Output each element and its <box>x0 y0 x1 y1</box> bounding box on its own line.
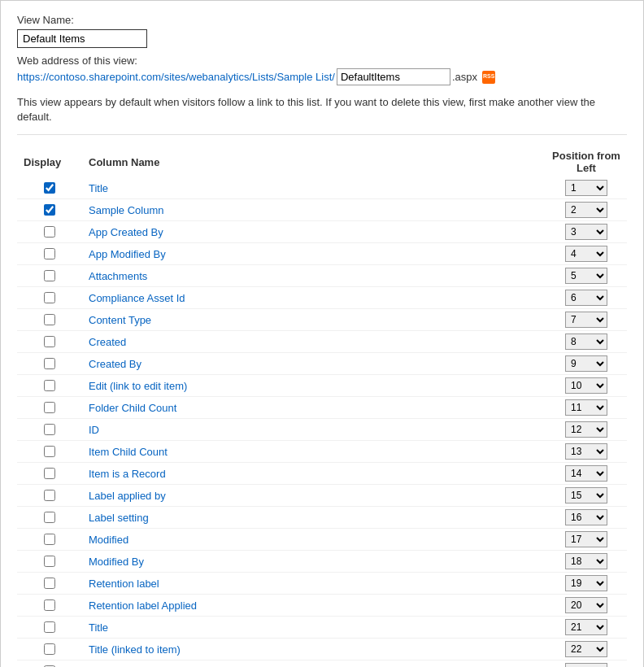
web-address-input[interactable] <box>337 68 450 85</box>
display-checkbox[interactable] <box>44 643 55 655</box>
table-row: Title12345678910111213141516171819202122… <box>17 177 627 199</box>
position-select[interactable]: 123456789101112131415161718192021222324 <box>565 224 607 240</box>
position-select[interactable]: 123456789101112131415161718192021222324 <box>565 268 607 284</box>
position-cell: 123456789101112131415161718192021222324 <box>546 287 627 309</box>
display-header: Display <box>17 145 82 177</box>
rss-icon[interactable] <box>482 71 495 84</box>
column-name-link[interactable]: Item Child Count <box>89 446 168 458</box>
column-name-link[interactable]: Retention label Applied <box>89 599 197 612</box>
display-checkbox[interactable] <box>44 402 55 413</box>
display-checkbox[interactable] <box>44 534 55 545</box>
position-cell: 123456789101112131415161718192021222324 <box>546 199 627 221</box>
column-name-link[interactable]: Compliance Asset Id <box>89 292 185 304</box>
display-checkbox[interactable] <box>44 556 55 567</box>
display-cell <box>17 485 82 507</box>
display-cell <box>17 331 82 353</box>
column-name-link[interactable]: Created <box>89 336 126 348</box>
column-name-link[interactable]: Edit (link to edit item) <box>89 380 187 392</box>
display-checkbox[interactable] <box>44 292 55 303</box>
column-name-link[interactable]: Title <box>89 621 108 634</box>
column-name-link[interactable]: ID <box>89 424 99 436</box>
display-checkbox[interactable] <box>44 248 55 259</box>
display-cell <box>17 529 82 551</box>
display-checkbox[interactable] <box>44 512 55 523</box>
position-select[interactable]: 123456789101112131415161718192021222324 <box>565 619 607 635</box>
position-header: Position from Left <box>546 145 627 177</box>
column-name-link[interactable]: Folder Child Count <box>89 402 176 414</box>
column-name-link[interactable]: Label applied by <box>89 490 166 502</box>
column-name-link[interactable]: App Created By <box>89 226 163 238</box>
display-checkbox[interactable] <box>44 358 55 369</box>
display-checkbox[interactable] <box>44 468 55 479</box>
display-checkbox[interactable] <box>44 380 55 391</box>
column-name-link[interactable]: Title (linked to item) <box>89 643 181 656</box>
display-cell <box>17 221 82 243</box>
position-select[interactable]: 123456789101112131415161718192021222324 <box>565 509 607 525</box>
position-select[interactable]: 123456789101112131415161718192021222324 <box>565 355 607 372</box>
position-cell: 123456789101112131415161718192021222324 <box>546 617 627 639</box>
display-checkbox[interactable] <box>44 446 55 457</box>
column-name-link[interactable]: Item is a Record <box>89 468 166 480</box>
column-name-link[interactable]: Sample Column <box>89 204 164 216</box>
display-checkbox[interactable] <box>44 226 55 238</box>
position-select[interactable]: 123456789101112131415161718192021222324 <box>565 487 607 504</box>
position-select[interactable]: 123456789101112131415161718192021222324 <box>565 202 607 218</box>
position-select[interactable]: 123456789101112131415161718192021222324 <box>565 399 607 416</box>
position-select[interactable]: 123456789101112131415161718192021222324 <box>565 597 607 613</box>
column-name-cell: Sample Column <box>82 199 546 221</box>
position-select[interactable]: 123456789101112131415161718192021222324 <box>565 334 607 350</box>
position-cell: 123456789101112131415161718192021222324 <box>546 265 627 287</box>
web-address-row: https://contoso.sharepoint.com/sites/web… <box>17 68 627 85</box>
position-select[interactable]: 123456789101112131415161718192021222324 <box>565 312 607 328</box>
column-name-link[interactable]: Content Type <box>89 314 151 326</box>
view-name-input[interactable] <box>17 29 147 48</box>
column-name-link[interactable]: Title <box>89 182 108 194</box>
display-checkbox[interactable] <box>44 424 55 435</box>
display-cell <box>17 507 82 529</box>
display-checkbox[interactable] <box>44 182 55 194</box>
column-name-cell: Label applied by <box>82 485 546 507</box>
column-name-link[interactable]: Attachments <box>89 270 147 282</box>
position-select[interactable]: 123456789101112131415161718192021222324 <box>565 553 607 569</box>
column-name-header: Column Name <box>82 145 546 177</box>
column-name-link[interactable]: Label setting <box>89 512 149 524</box>
position-select[interactable]: 123456789101112131415161718192021222324 <box>565 575 607 591</box>
display-checkbox[interactable] <box>44 578 55 589</box>
position-select[interactable]: 123456789101112131415161718192021222324 <box>565 246 607 262</box>
position-select[interactable]: 123456789101112131415161718192021222324 <box>565 180 607 196</box>
column-name-link[interactable]: Modified By <box>89 556 144 568</box>
column-name-cell: Compliance Asset Id <box>82 287 546 309</box>
position-select[interactable]: 123456789101112131415161718192021222324 <box>565 641 607 657</box>
position-select[interactable]: 123456789101112131415161718192021222324 <box>565 465 607 482</box>
table-row: Created By123456789101112131415161718192… <box>17 353 627 375</box>
position-select[interactable]: 123456789101112131415161718192021222324 <box>565 421 607 438</box>
display-cell <box>17 199 82 221</box>
column-name-link[interactable]: Created By <box>89 358 141 370</box>
position-cell: 123456789101112131415161718192021222324 <box>546 595 627 617</box>
display-checkbox[interactable] <box>44 599 55 611</box>
display-checkbox[interactable] <box>44 621 55 633</box>
display-checkbox[interactable] <box>44 270 55 281</box>
column-name-cell: Item is a Record <box>82 463 546 485</box>
column-name-cell: Edit (link to edit item) <box>82 375 546 397</box>
column-name-cell: Created <box>82 331 546 353</box>
position-select[interactable]: 123456789101112131415161718192021222324 <box>565 531 607 547</box>
display-cell <box>17 397 82 419</box>
position-cell: 123456789101112131415161718192021222324 <box>546 660 627 667</box>
position-select[interactable]: 123456789101112131415161718192021222324 <box>565 443 607 460</box>
display-checkbox[interactable] <box>44 314 55 325</box>
column-name-link[interactable]: Modified <box>89 534 128 546</box>
position-select[interactable]: 123456789101112131415161718192021222324 <box>565 663 607 667</box>
column-name-link[interactable]: Retention label <box>89 578 159 590</box>
column-name-cell: Retention label Applied <box>82 595 546 617</box>
position-cell: 123456789101112131415161718192021222324 <box>546 463 627 485</box>
display-checkbox[interactable] <box>44 204 55 216</box>
column-name-cell: Retention label <box>82 573 546 595</box>
position-select[interactable]: 123456789101112131415161718192021222324 <box>565 377 607 394</box>
display-checkbox[interactable] <box>44 336 55 347</box>
display-checkbox[interactable] <box>44 490 55 501</box>
column-name-link[interactable]: App Modified By <box>89 248 166 260</box>
column-name-cell: App Modified By <box>82 243 546 265</box>
position-select[interactable]: 123456789101112131415161718192021222324 <box>565 290 607 306</box>
position-cell: 123456789101112131415161718192021222324 <box>546 331 627 353</box>
